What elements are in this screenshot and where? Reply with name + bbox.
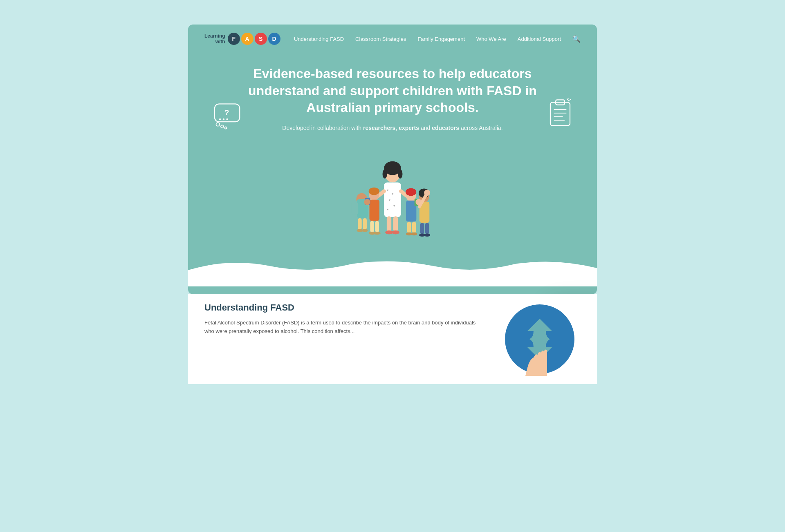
wave-divider [188, 258, 597, 286]
nav-classroom-strategies[interactable]: Classroom Strategies [355, 36, 406, 42]
svg-rect-36 [363, 218, 367, 230]
svg-point-41 [369, 187, 379, 195]
svg-point-3 [221, 125, 224, 128]
badge-f: F [228, 33, 240, 45]
logo-badges: F A S D [228, 33, 280, 45]
svg-text:♥: ♥ [392, 192, 394, 196]
hero-section: ? [188, 53, 597, 258]
svg-point-49 [406, 188, 416, 196]
svg-rect-27 [387, 216, 391, 232]
svg-point-46 [374, 232, 381, 235]
badge-a: A [241, 33, 253, 45]
below-text: Fetal Alcohol Spectrum Disorder (FASD) i… [204, 319, 482, 336]
below-title: Understanding FASD [204, 302, 482, 313]
svg-rect-60 [425, 223, 429, 234]
search-icon[interactable]: 🔍 [572, 35, 581, 43]
svg-point-38 [362, 229, 368, 232]
svg-rect-8 [550, 103, 570, 126]
logo[interactable]: Learningwith F A S D [204, 33, 280, 45]
svg-text:?: ? [224, 108, 229, 117]
hero-title: Evidence-based resources to help educato… [221, 65, 564, 116]
hero-subtitle: Developed in collaboration with research… [221, 125, 564, 131]
svg-point-19 [383, 169, 387, 179]
badge-d: D [268, 33, 280, 45]
svg-rect-39 [351, 203, 358, 214]
svg-point-2 [216, 123, 220, 126]
nav-family-engagement[interactable]: Family Engagement [417, 36, 465, 42]
nav-links: Understanding FASD Classroom Strategies … [294, 35, 581, 43]
navbar: Learningwith F A S D Understanding FASD … [188, 25, 597, 53]
svg-rect-28 [393, 216, 398, 232]
svg-text:♥: ♥ [387, 208, 389, 211]
svg-point-30 [392, 230, 399, 234]
svg-rect-43 [370, 221, 374, 232]
page-wrapper: Learningwith F A S D Understanding FASD … [188, 25, 597, 384]
deco-question-bubble: ? [213, 102, 245, 132]
svg-rect-51 [407, 221, 411, 233]
svg-rect-42 [370, 200, 379, 221]
svg-text:♥: ♥ [393, 203, 395, 207]
svg-text:♥: ♥ [387, 188, 389, 192]
badge-s: S [255, 33, 267, 45]
nav-additional-support[interactable]: Additional Support [518, 36, 561, 42]
hero-illustration: ♥ ♥ ♥ ♥ ♥ [221, 143, 564, 258]
deco-clipboard [548, 98, 572, 128]
main-card: Learningwith F A S D Understanding FASD … [188, 25, 597, 294]
svg-rect-52 [412, 221, 416, 233]
svg-text:♥: ♥ [389, 198, 391, 201]
svg-point-54 [411, 232, 417, 236]
svg-point-4 [225, 127, 227, 129]
svg-rect-21 [384, 182, 401, 217]
nav-understanding-fasd[interactable]: Understanding FASD [294, 36, 344, 42]
puzzle-illustration [503, 302, 576, 376]
logo-text: Learningwith [204, 33, 225, 45]
svg-point-7 [226, 118, 228, 120]
svg-line-15 [569, 100, 571, 101]
svg-rect-59 [420, 223, 424, 234]
svg-rect-35 [358, 218, 361, 230]
below-left: Understanding FASD Fetal Alcohol Spectru… [204, 302, 482, 336]
svg-point-29 [385, 230, 393, 234]
nav-who-we-are[interactable]: Who We Are [476, 36, 506, 42]
below-right [499, 302, 581, 376]
below-section: Understanding FASD Fetal Alcohol Spectru… [188, 294, 597, 384]
svg-rect-44 [375, 221, 379, 232]
svg-line-14 [567, 99, 569, 101]
svg-point-20 [398, 169, 402, 179]
svg-point-6 [223, 118, 224, 120]
svg-point-5 [219, 118, 221, 120]
svg-point-63 [364, 199, 370, 205]
svg-point-66 [424, 190, 430, 196]
svg-point-62 [424, 233, 430, 237]
